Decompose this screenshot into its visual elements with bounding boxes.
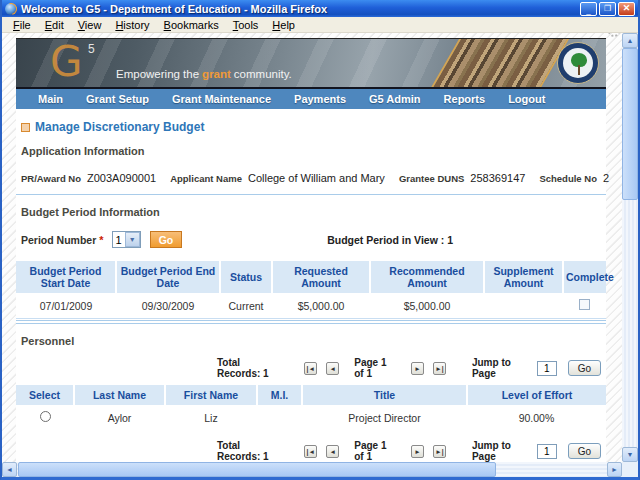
first-page-button[interactable]: |◄ (304, 445, 317, 458)
minimize-button[interactable]: _ (580, 2, 597, 16)
col-last-name: Last Name (74, 385, 165, 405)
scroll-down-button[interactable]: ▼ (622, 447, 638, 462)
jump-to-page-label: Jump to Page (472, 357, 524, 379)
divider (16, 320, 606, 324)
close-icon: ✕ (623, 4, 631, 13)
menu-help[interactable]: Help (265, 18, 302, 32)
scroll-up-button[interactable]: ▲ (622, 33, 638, 48)
table-row: Aylor Liz Project Director 90.00% (16, 405, 606, 430)
mi-cell (257, 405, 302, 430)
menu-bar: File Edit View History Bookmarks Tools H… (2, 17, 638, 33)
personnel-heading: Personnel (21, 335, 601, 347)
select-radio[interactable] (40, 411, 51, 422)
first-name-cell: Liz (165, 405, 257, 430)
budget-period-heading: Budget Period Information (21, 206, 601, 218)
grantee-duns-label: Grantee DUNS (399, 173, 464, 184)
scroll-left-icon: ◄ (6, 466, 13, 473)
nav-grant-setup[interactable]: Grant Setup (86, 93, 149, 105)
horizontal-scrollbar-thumb[interactable] (18, 462, 496, 477)
jump-to-page-input[interactable] (537, 444, 557, 459)
grantee-duns-value: 258369147 (470, 172, 525, 184)
scroll-left-button[interactable]: ◄ (2, 462, 17, 477)
prev-page-icon: ◄ (330, 365, 336, 372)
period-go-button[interactable]: Go (150, 231, 183, 248)
horizontal-scrollbar[interactable]: ◄ ► (2, 462, 622, 477)
nav-main[interactable]: Main (38, 93, 63, 105)
menu-file[interactable]: File (6, 18, 38, 32)
select-cell (16, 405, 74, 430)
jump-go-button[interactable]: Go (568, 443, 601, 459)
last-page-icon: ►| (435, 365, 443, 372)
maximize-icon: ❐ (604, 5, 611, 13)
schedule-no-label: Schedule No (539, 173, 597, 184)
browser-window: Welcome to G5 - Department of Education … (0, 0, 640, 480)
close-button[interactable]: ✕ (618, 2, 635, 16)
budget-period-table: Budget Period Start Date Budget Period E… (16, 261, 606, 319)
first-page-button[interactable]: |◄ (304, 362, 317, 375)
menu-tools[interactable]: Tools (226, 18, 266, 32)
title-bar: Welcome to G5 - Department of Education … (2, 0, 638, 17)
table-header-row: Budget Period Start Date Budget Period E… (16, 261, 606, 293)
nav-payments[interactable]: Payments (294, 93, 346, 105)
scrollbar-corner (622, 462, 638, 477)
complete-checkbox[interactable] (579, 299, 590, 310)
col-recommended: Recommended Amount (370, 261, 484, 293)
menu-history[interactable]: History (108, 18, 156, 32)
page-title-icon (21, 123, 30, 132)
last-page-button[interactable]: ►| (433, 445, 446, 458)
vertical-scrollbar-thumb[interactable] (622, 48, 638, 200)
supplement-amount-cell (484, 293, 563, 319)
nav-grant-maintenance[interactable]: Grant Maintenance (172, 93, 271, 105)
nav-logout[interactable]: Logout (508, 93, 545, 105)
last-name-cell: Aylor (74, 405, 165, 430)
col-complete: Complete (563, 261, 606, 293)
firefox-icon (5, 3, 17, 15)
nav-g5-admin[interactable]: G5 Admin (369, 93, 421, 105)
nav-reports[interactable]: Reports (444, 93, 486, 105)
content-panel: Manage Discretionary Budget Application … (16, 109, 606, 477)
next-page-icon: ► (414, 365, 420, 372)
page-status: Page 1 of 1 (354, 357, 396, 379)
next-page-button[interactable]: ► (411, 362, 424, 375)
last-page-icon: ►| (435, 448, 443, 455)
menu-edit[interactable]: Edit (38, 18, 71, 32)
g5-logo-number: 5 (88, 42, 95, 56)
total-records: Total Records: 1 (217, 357, 278, 379)
menu-bookmarks[interactable]: Bookmarks (157, 18, 226, 32)
g5-logo: G (50, 39, 83, 85)
period-number-select[interactable]: 1 ▼ (112, 231, 141, 248)
menu-view[interactable]: View (71, 18, 109, 32)
applicant-name-value: College of William and Mary (248, 172, 385, 184)
jump-go-button[interactable]: Go (568, 360, 601, 376)
g5-banner: G 5 Empowering thegrantcommunity. (16, 38, 606, 87)
col-first-name: First Name (165, 385, 257, 405)
personnel-table: Select Last Name First Name M.I. Title L… (16, 385, 606, 430)
col-end-date: Budget Period End Date (116, 261, 220, 293)
department-of-education-seal (557, 42, 599, 84)
level-of-effort-cell: 90.00% (467, 405, 606, 430)
vertical-scrollbar[interactable]: ▲ ▼ (622, 33, 638, 462)
col-level-of-effort: Level of Effort (467, 385, 606, 405)
prev-page-button[interactable]: ◄ (326, 362, 339, 375)
next-page-button[interactable]: ► (411, 445, 424, 458)
page-status: Page 1 of 1 (354, 440, 396, 462)
table-row: 07/01/2009 09/30/2009 Current $5,000.00 … (16, 293, 606, 319)
end-date-cell: 09/30/2009 (116, 293, 220, 319)
maximize-button[interactable]: ❐ (599, 2, 616, 16)
table-header-row: Select Last Name First Name M.I. Title L… (16, 385, 606, 405)
divider (16, 194, 606, 195)
recommended-amount-cell: $5,000.00 (370, 293, 484, 319)
prev-page-button[interactable]: ◄ (326, 445, 339, 458)
schedule-no-value: 2 (603, 172, 609, 184)
personnel-pagination-bottom: Total Records: 1 |◄ ◄ Page 1 of 1 ► ►| J… (21, 440, 601, 462)
jump-to-page-input[interactable] (537, 361, 557, 376)
pr-award-no-label: PR/Award No (21, 173, 81, 184)
status-cell: Current (220, 293, 272, 319)
scroll-right-icon: ► (611, 466, 618, 473)
scroll-right-button[interactable]: ► (607, 462, 622, 477)
last-page-button[interactable]: ►| (433, 362, 446, 375)
applicant-name-label: Applicant Name (170, 173, 242, 184)
application-information-heading: Application Information (21, 145, 601, 157)
dropdown-arrow-icon: ▼ (125, 232, 140, 247)
budget-period-in-view: Budget Period in View : 1 (327, 234, 453, 246)
